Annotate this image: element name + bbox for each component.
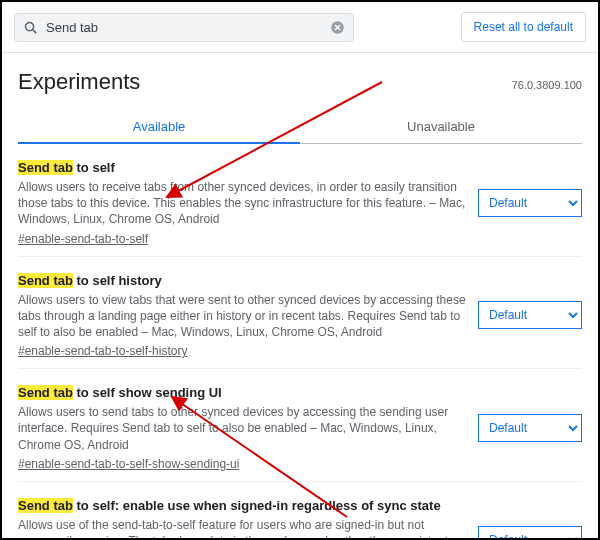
experiment-row: Send tab to self show sending UI Allows … <box>18 368 582 481</box>
highlight-term: Send tab <box>18 273 73 288</box>
experiment-title: Send tab to self show sending UI <box>18 385 466 400</box>
tab-available[interactable]: Available <box>18 111 300 144</box>
experiment-description: Allows users to send tabs to other synce… <box>18 404 466 453</box>
experiment-description: Allows use of the send-tab-to-self featu… <box>18 517 466 540</box>
search-input[interactable] <box>46 20 322 35</box>
experiment-title: Send tab to self <box>18 160 466 175</box>
page-title: Experiments <box>18 69 140 95</box>
experiment-hash[interactable]: #enable-send-tab-to-self-history <box>18 344 466 358</box>
experiment-select[interactable]: Default <box>478 189 582 217</box>
experiment-row: Send tab to self history Allows users to… <box>18 256 582 369</box>
experiment-title: Send tab to self: enable use when signed… <box>18 498 466 513</box>
experiment-select[interactable]: Default <box>478 301 582 329</box>
highlight-term: Send tab <box>18 385 73 400</box>
experiment-row: Send tab to self Allows users to receive… <box>18 144 582 256</box>
experiment-title: Send tab to self history <box>18 273 466 288</box>
search-box[interactable] <box>14 13 354 42</box>
experiment-description: Allows users to receive tabs from other … <box>18 179 466 228</box>
svg-line-1 <box>33 29 37 33</box>
tab-unavailable[interactable]: Unavailable <box>300 111 582 144</box>
reset-all-button[interactable]: Reset all to default <box>461 12 586 42</box>
experiment-hash[interactable]: #enable-send-tab-to-self-show-sending-ui <box>18 457 466 471</box>
version-text: 76.0.3809.100 <box>512 79 582 91</box>
highlight-term: Send tab <box>18 160 73 175</box>
experiment-row: Send tab to self: enable use when signed… <box>18 481 582 540</box>
experiment-hash[interactable]: #enable-send-tab-to-self <box>18 232 466 246</box>
experiment-description: Allows users to view tabs that were sent… <box>18 292 466 341</box>
svg-point-0 <box>26 22 34 30</box>
highlight-term: Send tab <box>18 498 73 513</box>
experiment-select[interactable]: Default <box>478 526 582 540</box>
experiments-list: Send tab to self Allows users to receive… <box>2 144 598 540</box>
search-icon <box>23 20 38 35</box>
experiment-select[interactable]: Default <box>478 414 582 442</box>
clear-search-icon[interactable] <box>330 20 345 35</box>
